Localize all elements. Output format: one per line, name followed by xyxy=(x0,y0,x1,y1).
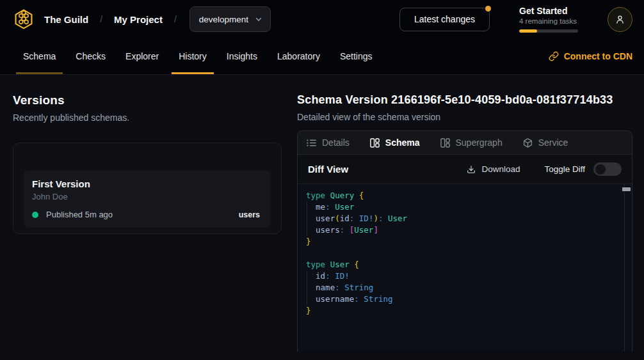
panel-tabs: Details Schema xyxy=(298,131,632,155)
breadcrumb: The Guild / My Project / development xyxy=(44,6,271,32)
link-icon xyxy=(549,51,559,61)
notification-dot xyxy=(485,6,491,12)
tab-schema-view[interactable]: Schema xyxy=(370,137,420,148)
download-button[interactable]: Download xyxy=(467,164,520,174)
breadcrumb-project[interactable]: My Project xyxy=(114,14,163,25)
schema-version-title: Schema Version 2166196f-5e10-4059-bd0a-0… xyxy=(297,93,632,107)
nav-tabs: Schema Checks Explorer History Insights … xyxy=(16,38,385,74)
get-started-widget[interactable]: Get Started 4 remaining tasks xyxy=(519,6,578,33)
tab-history[interactable]: History xyxy=(172,38,214,74)
tab-label: Settings xyxy=(340,51,373,61)
version-title: First Version xyxy=(32,178,260,189)
toggle-diff-switch[interactable] xyxy=(593,162,622,176)
download-label: Download xyxy=(481,164,520,174)
schema-version-panel: Details Schema xyxy=(297,130,632,352)
target-select-value: development xyxy=(199,15,248,24)
get-started-progress-fill xyxy=(519,29,537,33)
cube-icon xyxy=(523,138,533,148)
version-meta-row: Published 5m ago users xyxy=(32,210,260,219)
versions-subtitle: Recently published schemas. xyxy=(13,113,282,123)
schema-version-subtitle: Detailed view of the schema version xyxy=(297,112,632,122)
tab-label: Explorer xyxy=(125,51,159,61)
breadcrumb-separator: / xyxy=(100,14,102,24)
tab-explorer[interactable]: Explorer xyxy=(118,38,166,74)
version-author: John Doe xyxy=(32,192,260,201)
tab-label: Checks xyxy=(76,51,106,61)
columns-icon xyxy=(440,138,450,148)
code-scrollbar-track xyxy=(624,184,625,352)
tab-settings[interactable]: Settings xyxy=(333,38,380,74)
tab-laboratory[interactable]: Laboratory xyxy=(270,38,327,74)
versions-list: First Version John Doe Published 5m ago … xyxy=(13,143,282,234)
tab-details[interactable]: Details xyxy=(307,137,350,148)
hive-logo-icon[interactable] xyxy=(13,8,35,30)
version-status: Published 5m ago xyxy=(46,210,113,219)
tab-schema[interactable]: Schema xyxy=(16,38,63,74)
toggle-diff-label: Toggle Diff xyxy=(544,164,585,174)
chevron-down-icon xyxy=(255,15,262,23)
tab-label: Schema xyxy=(385,137,420,148)
tab-checks[interactable]: Checks xyxy=(68,38,113,74)
tab-service[interactable]: Service xyxy=(523,137,568,148)
tab-label: History xyxy=(179,51,207,61)
tab-label: Schema xyxy=(23,51,56,61)
topbar-right: Latest changes Get Started 4 remaining t… xyxy=(399,6,632,33)
diff-view-actions: Download Toggle Diff xyxy=(467,162,622,176)
code-block: type Query { me: User user(id: ID!): Use… xyxy=(306,190,619,317)
diff-view-title: Diff View xyxy=(308,164,348,175)
versions-title: Versions xyxy=(13,93,282,107)
get-started-progress-track xyxy=(519,29,578,33)
schema-version-detail: Schema Version 2166196f-5e10-4059-bd0a-0… xyxy=(297,75,632,360)
get-started-subtitle: 4 remaining tasks xyxy=(519,17,578,25)
tab-label: Insights xyxy=(227,51,257,61)
published-status-icon xyxy=(32,212,38,218)
breadcrumb-org[interactable]: The Guild xyxy=(44,14,88,25)
person-icon xyxy=(615,14,625,25)
connect-to-cdn-link[interactable]: Connect to CDN xyxy=(549,38,632,74)
schema-code-viewer[interactable]: type Query { me: User user(id: ID!): Use… xyxy=(298,184,632,352)
code-scrollbar-thumb[interactable] xyxy=(622,187,631,191)
latest-changes-label: Latest changes xyxy=(414,14,475,24)
versions-section: Versions Recently published schemas. Fir… xyxy=(13,75,282,360)
list-icon xyxy=(307,138,316,148)
columns-icon xyxy=(370,138,380,148)
target-select[interactable]: development xyxy=(189,6,271,32)
latest-changes-button[interactable]: Latest changes xyxy=(399,8,490,31)
breadcrumb-separator: / xyxy=(174,14,177,24)
tab-label: Details xyxy=(322,137,350,148)
toggle-knob xyxy=(595,164,606,175)
main-nav: Schema Checks Explorer History Insights … xyxy=(0,38,644,75)
download-icon xyxy=(467,165,476,174)
version-service-badge: users xyxy=(239,210,260,219)
tab-label: Laboratory xyxy=(277,51,320,61)
top-bar: The Guild / My Project / development Lat… xyxy=(0,0,644,38)
tab-label: Supergraph xyxy=(456,137,503,148)
tab-insights[interactable]: Insights xyxy=(220,38,264,74)
user-avatar[interactable] xyxy=(608,7,632,32)
diff-view-header: Diff View Download Toggle Diff xyxy=(298,155,632,184)
content: Versions Recently published schemas. Fir… xyxy=(0,75,644,360)
tab-supergraph[interactable]: Supergraph xyxy=(440,137,503,148)
connect-to-cdn-label: Connect to CDN xyxy=(564,51,632,61)
tab-label: Service xyxy=(538,137,568,148)
get-started-title: Get Started xyxy=(519,6,578,16)
version-card[interactable]: First Version John Doe Published 5m ago … xyxy=(24,170,271,228)
